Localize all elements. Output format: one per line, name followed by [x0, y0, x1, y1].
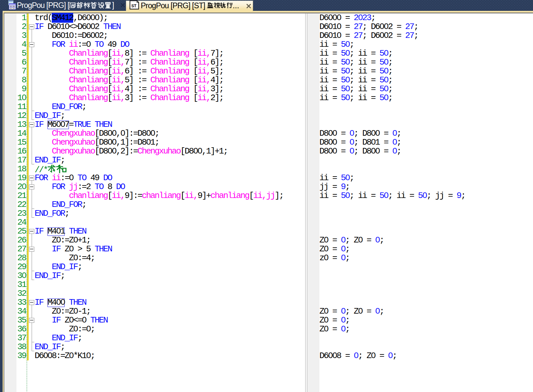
- svg-text:ST: ST: [132, 4, 137, 8]
